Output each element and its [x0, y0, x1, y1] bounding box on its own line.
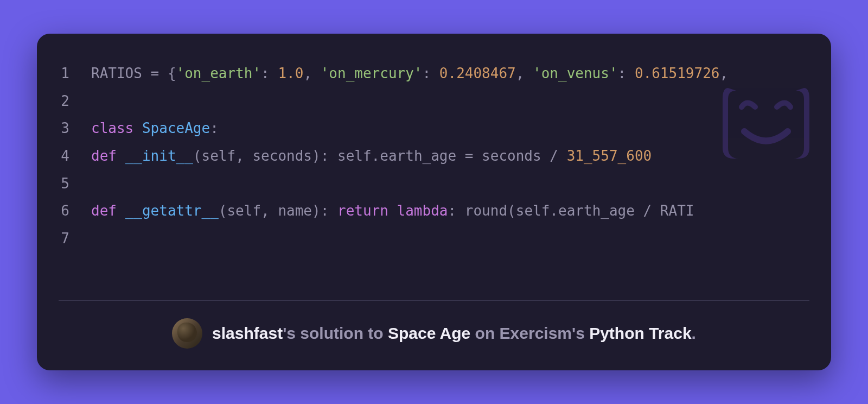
line-number: 1	[59, 60, 91, 87]
code-line: 4 def __init__(self, seconds): self.eart…	[59, 142, 809, 170]
caption-solution-to: solution to	[300, 324, 388, 342]
caption-period: .	[692, 324, 696, 342]
caption-text: slashfast's solution to Space Age on Exe…	[212, 324, 696, 343]
code-content: class SpaceAge:	[91, 115, 219, 142]
code-card: 1RATIOS = {'on_earth': 1.0, 'on_mercury'…	[37, 34, 831, 370]
code-content: def __init__(self, seconds): self.earth_…	[91, 142, 652, 170]
code-line: 6 def __getattr__(self, name): return la…	[59, 197, 809, 225]
track-name: Python Track	[589, 324, 691, 342]
caption-possessive2: 's	[572, 324, 589, 342]
exercise-name: Space Age	[388, 324, 470, 342]
caption-on: on	[470, 324, 499, 342]
code-content: RATIOS = {'on_earth': 1.0, 'on_mercury':…	[91, 60, 728, 87]
code-content: def __getattr__(self, name): return lamb…	[91, 197, 694, 225]
line-number: 4	[59, 142, 91, 170]
username: slashfast	[212, 324, 283, 342]
code-line: 7	[59, 225, 809, 252]
line-number: 6	[59, 197, 91, 225]
user-avatar	[172, 318, 202, 349]
code-content	[91, 225, 100, 252]
line-number: 7	[59, 225, 91, 252]
platform-name: Exercism	[500, 324, 572, 342]
caption-possessive: 's	[283, 324, 300, 342]
card-footer: slashfast's solution to Space Age on Exe…	[37, 301, 831, 370]
line-number: 3	[59, 115, 91, 142]
code-line: 5	[59, 170, 809, 198]
line-number: 2	[59, 87, 91, 115]
code-line: 3class SpaceAge:	[59, 115, 809, 142]
code-line: 2	[59, 87, 809, 115]
code-line: 1RATIOS = {'on_earth': 1.0, 'on_mercury'…	[59, 60, 809, 87]
code-content	[91, 87, 100, 115]
line-number: 5	[59, 170, 91, 198]
code-content	[91, 170, 100, 198]
code-block: 1RATIOS = {'on_earth': 1.0, 'on_mercury'…	[37, 34, 831, 300]
